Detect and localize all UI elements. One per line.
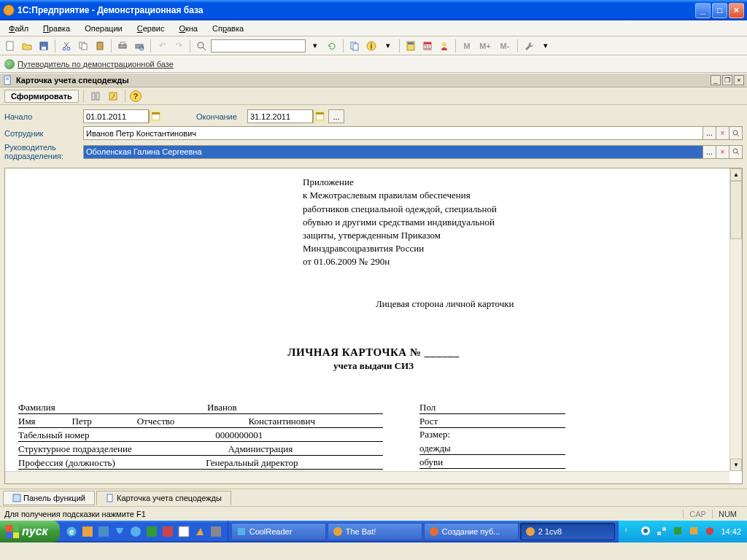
- task-firefox[interactable]: Создание пуб...: [424, 523, 519, 540]
- svg-rect-48: [179, 526, 189, 537]
- form-toolbar: Сформировать ?: [0, 88, 747, 105]
- tray-chevron-icon[interactable]: ‹: [624, 526, 636, 537]
- ql-ie2-icon[interactable]: [128, 524, 143, 539]
- report-viewer: Приложение к Межотраслевым правилам обес…: [4, 168, 743, 484]
- tab-function-panel[interactable]: Панель функций: [3, 491, 95, 505]
- clock[interactable]: 14:42: [721, 527, 741, 536]
- info-icon[interactable]: i: [364, 39, 379, 53]
- end-date-picker-icon[interactable]: [313, 110, 325, 122]
- mplus-button[interactable]: M+: [476, 39, 494, 53]
- ql-app4-icon[interactable]: [160, 524, 175, 539]
- ql-app3-icon[interactable]: [144, 524, 159, 539]
- horizontal-scrollbar[interactable]: [5, 471, 729, 483]
- child-restore-button[interactable]: ❐: [722, 75, 732, 85]
- ql-msn-icon[interactable]: [112, 524, 127, 539]
- dropdown-icon[interactable]: ▾: [308, 39, 322, 53]
- menu-edit[interactable]: Правка: [39, 23, 74, 34]
- svg-rect-43: [82, 526, 93, 537]
- child-minimize-button[interactable]: _: [711, 75, 721, 85]
- report-side-caption: Лицевая сторона личной карточки: [376, 298, 729, 310]
- ql-app6-icon[interactable]: [209, 524, 223, 539]
- tray-shield-icon[interactable]: [705, 526, 716, 537]
- svg-rect-2: [42, 47, 46, 50]
- end-date-field[interactable]: 31.12.2011: [247, 109, 313, 123]
- tray-app1-icon[interactable]: [673, 526, 684, 537]
- app-icon: [3, 4, 15, 16]
- undo-icon[interactable]: ↶: [155, 39, 169, 53]
- minimize-button[interactable]: _: [695, 3, 711, 18]
- dropdown3-icon[interactable]: ▾: [538, 39, 553, 53]
- tray-network-icon[interactable]: [657, 526, 668, 537]
- guide-link[interactable]: Путеводитель по демонстрационной базе: [18, 60, 174, 69]
- main-toolbar: ↶ ↷ ▾ i ▾ 31 M M+ M- ▾: [0, 36, 747, 55]
- print-preview-icon[interactable]: [132, 39, 147, 53]
- svg-rect-59: [690, 527, 697, 534]
- child-title: Карточка учета спецодежды: [16, 76, 711, 85]
- employee-open-button[interactable]: [729, 126, 743, 140]
- search-icon[interactable]: [194, 39, 209, 53]
- generate-button[interactable]: Сформировать: [4, 90, 79, 103]
- svg-line-38: [737, 152, 739, 155]
- employee-clear-button[interactable]: ×: [716, 126, 729, 140]
- tray-teamviewer-icon[interactable]: [640, 526, 652, 537]
- start-date-field[interactable]: 01.01.2011: [83, 109, 149, 123]
- ql-winamp-icon[interactable]: [193, 524, 207, 539]
- config-icon[interactable]: [88, 89, 103, 104]
- calendar-icon[interactable]: 31: [420, 39, 435, 53]
- m-button[interactable]: M: [460, 39, 474, 53]
- manager-field[interactable]: Оболенская Галина Сергеевна: [83, 145, 703, 159]
- svg-rect-46: [147, 526, 157, 537]
- tab-card[interactable]: Карточка учета спецодежды: [96, 491, 231, 505]
- tray-app2-icon[interactable]: [689, 526, 700, 537]
- scroll-up-button[interactable]: ▲: [730, 168, 742, 181]
- manager-clear-button[interactable]: ×: [716, 145, 729, 159]
- employee-select-button[interactable]: ...: [703, 126, 716, 140]
- help-icon[interactable]: ?: [130, 90, 142, 102]
- task-thebat[interactable]: The Bat!: [328, 523, 422, 540]
- start-button[interactable]: пуск: [0, 521, 60, 542]
- menu-file[interactable]: Файл: [4, 23, 33, 34]
- manager-select-button[interactable]: ...: [703, 145, 716, 159]
- vertical-scrollbar[interactable]: ▲ ▼: [729, 168, 742, 471]
- windows-logo-icon: [6, 525, 19, 538]
- menu-operations[interactable]: Операции: [80, 23, 126, 34]
- maximize-button[interactable]: □: [712, 3, 727, 18]
- svg-text:i: i: [371, 42, 373, 50]
- save-icon[interactable]: [36, 39, 51, 53]
- child-close-button[interactable]: ×: [734, 75, 744, 85]
- menu-windows[interactable]: Окна: [174, 23, 202, 34]
- cut-icon[interactable]: [59, 39, 74, 53]
- employee-field[interactable]: Иванов Петр Константинович: [83, 126, 703, 140]
- calc-icon[interactable]: [403, 39, 418, 53]
- dropdown2-icon[interactable]: ▾: [381, 39, 395, 53]
- svg-point-51: [333, 527, 342, 536]
- copy-icon[interactable]: [76, 39, 90, 53]
- user-icon[interactable]: [437, 39, 452, 53]
- print-icon[interactable]: [115, 39, 130, 53]
- manager-open-button[interactable]: [729, 145, 743, 159]
- wrench-icon[interactable]: [522, 39, 536, 53]
- open-icon[interactable]: [20, 39, 34, 53]
- scroll-down-button[interactable]: ▼: [730, 459, 742, 471]
- ql-ie-icon[interactable]: e: [64, 524, 79, 539]
- paste-icon[interactable]: [93, 39, 107, 53]
- ql-app2-icon[interactable]: [96, 524, 111, 539]
- start-date-picker-icon[interactable]: [149, 110, 161, 122]
- task-1cv8[interactable]: 2 1cv8: [520, 523, 615, 540]
- menu-help[interactable]: Справка: [208, 23, 248, 34]
- new-icon[interactable]: [3, 39, 18, 53]
- svg-rect-40: [107, 494, 112, 502]
- refresh-icon[interactable]: [325, 39, 339, 53]
- scroll-thumb[interactable]: [730, 181, 742, 239]
- search-combo[interactable]: [211, 39, 306, 52]
- task-coolreader[interactable]: CoolReader: [231, 523, 326, 540]
- mminus-button[interactable]: M-: [496, 39, 514, 53]
- ql-app5-icon[interactable]: [177, 524, 191, 539]
- copy-doc-icon[interactable]: [347, 39, 362, 53]
- menu-service[interactable]: Сервис: [133, 23, 169, 34]
- settings-icon[interactable]: [106, 89, 120, 104]
- ql-app1-icon[interactable]: [80, 524, 95, 539]
- close-button[interactable]: ×: [729, 3, 744, 18]
- redo-icon[interactable]: ↷: [171, 39, 186, 53]
- period-ellipsis-button[interactable]: ...: [328, 109, 344, 123]
